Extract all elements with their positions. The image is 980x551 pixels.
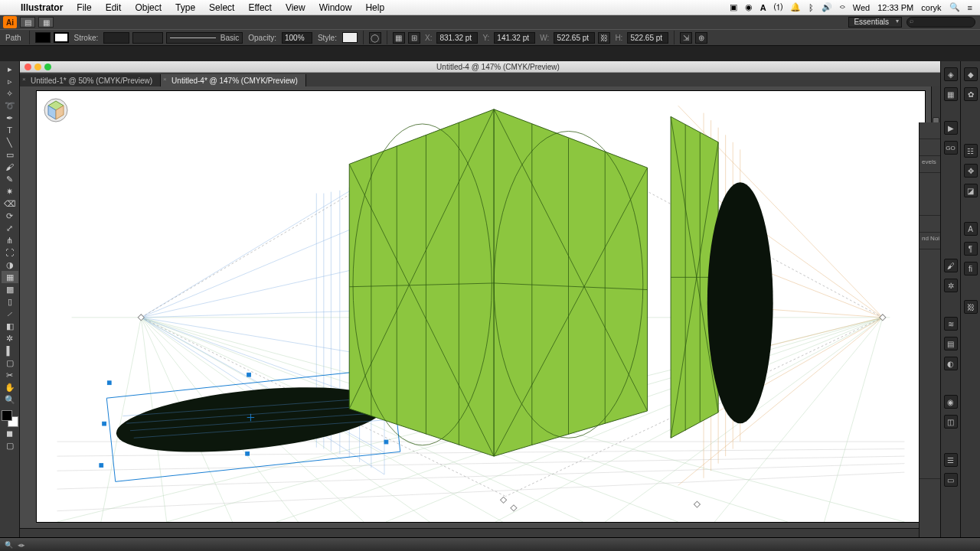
- scale-tool[interactable]: ⤢: [2, 222, 18, 234]
- link-wh-icon[interactable]: ⛓: [598, 32, 610, 44]
- artboard-tool[interactable]: ▢: [2, 357, 18, 369]
- panel-row[interactable]: evels: [920, 156, 940, 173]
- selection-tool[interactable]: ▸: [2, 63, 18, 75]
- status-icon-bell[interactable]: 🔔: [790, 2, 801, 12]
- play-panel-icon[interactable]: ▶: [944, 121, 958, 135]
- character-panel-icon[interactable]: A: [964, 222, 978, 236]
- screen-mode[interactable]: ▢: [2, 439, 18, 452]
- menu-view[interactable]: View: [279, 2, 312, 13]
- bridge-button[interactable]: ▤: [20, 17, 35, 28]
- gradient-panel-icon[interactable]: ▤: [944, 337, 958, 350]
- pen-tool[interactable]: ✒: [2, 112, 18, 124]
- menu-extras-icon[interactable]: ≡: [968, 3, 972, 12]
- h-field[interactable]: 522.65 pt: [627, 32, 668, 44]
- close-tab-icon[interactable]: ×: [22, 76, 26, 83]
- perspective-cube[interactable]: [349, 109, 647, 456]
- kuler-panel-icon[interactable]: ✿: [964, 87, 978, 101]
- type-tool[interactable]: T: [2, 124, 18, 136]
- transform-panel-icon[interactable]: ✥: [964, 164, 978, 178]
- graphic-styles-panel-icon[interactable]: ◫: [944, 415, 958, 429]
- magic-wand-tool[interactable]: ✧: [2, 87, 18, 99]
- color-panel-icon[interactable]: ◈: [944, 67, 958, 81]
- stroke-panel-icon[interactable]: ≋: [944, 317, 958, 331]
- menu-edit[interactable]: Edit: [99, 2, 129, 13]
- symbol-sprayer-tool[interactable]: ✲: [2, 332, 18, 344]
- panel-row[interactable]: [920, 249, 940, 479]
- panel-row[interactable]: [920, 216, 940, 233]
- hand-tool[interactable]: ✋: [2, 381, 18, 393]
- status-icon-notif[interactable]: ⑴: [774, 2, 782, 13]
- plane-switcher-widget[interactable]: [43, 97, 69, 123]
- opentype-panel-icon[interactable]: ﬁ: [964, 262, 978, 276]
- shape-mode-1[interactable]: ⇲: [680, 32, 692, 44]
- style-swatch[interactable]: [342, 32, 358, 43]
- blob-brush-tool[interactable]: ✷: [2, 185, 18, 197]
- shape-mode-2[interactable]: ⊕: [695, 32, 707, 44]
- ref-point[interactable]: ⊞: [408, 32, 420, 44]
- panel-row[interactable]: [920, 139, 940, 156]
- links-panel-icon[interactable]: ⛓: [964, 300, 978, 314]
- close-tab-icon[interactable]: ×: [163, 76, 167, 83]
- status-icon-1[interactable]: ▣: [730, 2, 737, 12]
- rectangle-tool[interactable]: ▭: [2, 148, 18, 161]
- free-transform-tool[interactable]: ⛶: [2, 246, 18, 259]
- status-icon-adobe[interactable]: A: [760, 3, 766, 12]
- menu-window[interactable]: Window: [312, 2, 359, 13]
- vsp-dropdown[interactable]: [132, 32, 163, 44]
- opacity-field[interactable]: 100%: [282, 32, 312, 44]
- doc-tab-1[interactable]: ×Untitled-1* @ 50% (CMYK/Preview): [20, 74, 161, 86]
- help-search[interactable]: [906, 17, 975, 28]
- panel-stack-cropped[interactable]: evels nd Noi: [919, 122, 940, 551]
- align-button[interactable]: ▦: [393, 32, 405, 44]
- menu-effect[interactable]: Effect: [241, 2, 278, 13]
- zoom-tool[interactable]: 🔍: [2, 393, 18, 406]
- user-name[interactable]: coryk: [921, 3, 941, 12]
- x-field[interactable]: 831.32 pt: [436, 32, 478, 44]
- bluetooth-icon[interactable]: ᛒ: [808, 3, 814, 12]
- volume-icon[interactable]: 🔊: [822, 2, 832, 12]
- line-tool[interactable]: ╲: [2, 136, 18, 148]
- symbols-panel-icon[interactable]: ✲: [944, 279, 958, 292]
- workspace-switcher[interactable]: Essentials: [848, 17, 902, 28]
- spotlight-icon[interactable]: 🔍: [949, 2, 960, 12]
- perspective-grid-tool[interactable]: ▦: [2, 271, 18, 283]
- eyedropper-tool[interactable]: ⟋: [2, 308, 18, 320]
- zoom-window-icon[interactable]: [44, 64, 51, 70]
- gradient-tool[interactable]: ▯: [2, 295, 18, 308]
- stroke-weight-field[interactable]: [103, 32, 129, 44]
- brush-def-dropdown[interactable]: Basic: [166, 32, 243, 44]
- swatches-panel-icon[interactable]: ▦: [944, 87, 958, 101]
- brushes-panel-icon[interactable]: 🖌: [944, 259, 958, 272]
- color-guide-panel-icon[interactable]: ◆: [964, 67, 978, 81]
- appearance-panel-icon[interactable]: ◉: [944, 395, 958, 409]
- lasso-tool[interactable]: ➰: [2, 99, 18, 112]
- rotate-tool[interactable]: ⟳: [2, 210, 18, 222]
- transparency-panel-icon[interactable]: ◐: [944, 357, 958, 370]
- align-panel-icon[interactable]: ☷: [964, 144, 978, 158]
- w-field[interactable]: 522.65 pt: [554, 32, 595, 44]
- clock-time[interactable]: 12:33 PM: [877, 3, 913, 12]
- y-field[interactable]: 141.32 pt: [494, 32, 535, 44]
- minimize-window-icon[interactable]: [34, 64, 41, 70]
- color-mode-normal[interactable]: ◼: [2, 427, 18, 439]
- stroke-swatch[interactable]: [54, 32, 69, 43]
- status-icon-cc[interactable]: ◉: [745, 2, 753, 12]
- go-panel-icon[interactable]: GO: [944, 141, 958, 155]
- paintbrush-tool[interactable]: 🖌: [2, 161, 18, 173]
- fill-swatch[interactable]: [35, 32, 51, 43]
- artboards-panel-icon[interactable]: ▭: [944, 473, 958, 487]
- vertical-ellipse[interactable]: [707, 182, 773, 423]
- fill-stroke-swatches[interactable]: [2, 410, 18, 427]
- paragraph-panel-icon[interactable]: ¶: [964, 242, 978, 256]
- column-graph-tool[interactable]: ▌: [2, 344, 18, 357]
- menu-file[interactable]: File: [70, 2, 98, 13]
- eraser-tool[interactable]: ⌫: [2, 197, 18, 210]
- zoom-icon[interactable]: 🔍: [5, 541, 13, 549]
- status-scrub[interactable]: ◂▸: [18, 541, 25, 549]
- wifi-icon[interactable]: ⌔: [840, 3, 845, 12]
- shape-builder-tool[interactable]: ◑: [2, 259, 18, 271]
- menubar-app-name[interactable]: Illustrator: [14, 2, 70, 13]
- clock-day[interactable]: Wed: [853, 3, 870, 12]
- mesh-tool[interactable]: ▩: [2, 283, 18, 295]
- pencil-tool[interactable]: ✎: [2, 173, 18, 185]
